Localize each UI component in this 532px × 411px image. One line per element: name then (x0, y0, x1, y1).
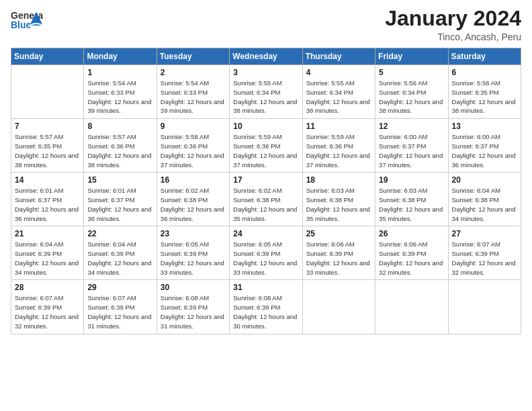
calendar-cell: 25Sunrise: 6:06 AM Sunset: 6:39 PM Dayli… (302, 226, 375, 280)
day-info: Sunrise: 6:04 AM Sunset: 6:39 PM Dayligh… (15, 240, 80, 277)
day-number: 29 (87, 283, 152, 292)
header: General Blue January 2024 Tinco, Ancash,… (11, 7, 521, 42)
day-number: 3 (233, 68, 298, 77)
day-info: Sunrise: 6:05 AM Sunset: 6:39 PM Dayligh… (161, 240, 226, 277)
day-info: Sunrise: 6:08 AM Sunset: 6:39 PM Dayligh… (233, 293, 298, 330)
week-row-2: 7Sunrise: 5:57 AM Sunset: 6:35 PM Daylig… (11, 119, 521, 173)
day-info: Sunrise: 6:03 AM Sunset: 6:38 PM Dayligh… (306, 186, 371, 223)
calendar-cell: 10Sunrise: 5:59 AM Sunset: 6:36 PM Dayli… (230, 119, 302, 173)
calendar-cell: 2Sunrise: 5:54 AM Sunset: 6:33 PM Daylig… (157, 65, 229, 119)
day-number: 13 (452, 122, 517, 131)
day-number: 2 (161, 68, 226, 77)
week-row-3: 14Sunrise: 6:01 AM Sunset: 6:37 PM Dayli… (11, 173, 521, 226)
day-number: 7 (15, 122, 80, 131)
calendar-cell: 26Sunrise: 6:06 AM Sunset: 6:39 PM Dayli… (375, 226, 448, 280)
calendar-cell: 4Sunrise: 5:55 AM Sunset: 6:34 PM Daylig… (302, 65, 375, 119)
day-number: 8 (87, 122, 152, 131)
calendar-cell: 22Sunrise: 6:04 AM Sunset: 6:39 PM Dayli… (84, 226, 157, 280)
calendar-cell: 27Sunrise: 6:07 AM Sunset: 6:39 PM Dayli… (448, 226, 521, 280)
logo-icon: General Blue (11, 7, 43, 36)
day-number: 30 (161, 283, 226, 292)
day-info: Sunrise: 6:06 AM Sunset: 6:39 PM Dayligh… (379, 240, 444, 277)
day-info: Sunrise: 6:08 AM Sunset: 6:39 PM Dayligh… (161, 293, 226, 330)
day-number: 12 (379, 122, 444, 131)
header-wednesday: Wednesday (230, 48, 302, 65)
day-info: Sunrise: 6:07 AM Sunset: 6:39 PM Dayligh… (87, 293, 152, 330)
header-saturday: Saturday (448, 48, 521, 65)
header-friday: Friday (375, 48, 448, 65)
day-number: 22 (87, 229, 152, 238)
day-info: Sunrise: 6:05 AM Sunset: 6:39 PM Dayligh… (233, 240, 298, 277)
svg-text:Blue: Blue (11, 19, 32, 30)
calendar-cell: 7Sunrise: 5:57 AM Sunset: 6:35 PM Daylig… (11, 119, 84, 173)
day-info: Sunrise: 6:01 AM Sunset: 6:37 PM Dayligh… (87, 186, 152, 223)
day-number: 19 (379, 175, 444, 185)
day-number: 20 (452, 175, 517, 185)
day-number: 9 (161, 122, 226, 131)
day-info: Sunrise: 6:00 AM Sunset: 6:37 PM Dayligh… (379, 132, 444, 169)
day-info: Sunrise: 5:58 AM Sunset: 6:36 PM Dayligh… (161, 132, 226, 169)
day-number: 16 (161, 175, 226, 185)
calendar-cell (448, 280, 521, 334)
logo: General Blue (11, 7, 43, 36)
day-info: Sunrise: 5:56 AM Sunset: 6:34 PM Dayligh… (379, 79, 444, 116)
day-number: 10 (233, 122, 298, 131)
location-subtitle: Tinco, Ancash, Peru (385, 32, 521, 42)
calendar-cell: 15Sunrise: 6:01 AM Sunset: 6:37 PM Dayli… (84, 173, 157, 226)
calendar-cell: 16Sunrise: 6:02 AM Sunset: 6:38 PM Dayli… (157, 173, 229, 226)
logo-svg: General Blue (11, 7, 43, 36)
day-number: 26 (379, 229, 444, 238)
day-info: Sunrise: 6:04 AM Sunset: 6:39 PM Dayligh… (87, 240, 152, 277)
day-number: 1 (87, 68, 152, 77)
calendar-cell: 28Sunrise: 6:07 AM Sunset: 6:39 PM Dayli… (11, 280, 84, 334)
day-number: 25 (306, 229, 371, 238)
day-info: Sunrise: 6:02 AM Sunset: 6:38 PM Dayligh… (161, 186, 226, 223)
calendar-cell: 8Sunrise: 5:57 AM Sunset: 6:36 PM Daylig… (84, 119, 157, 173)
week-row-1: 1Sunrise: 5:54 AM Sunset: 6:33 PM Daylig… (11, 65, 521, 119)
calendar-cell: 6Sunrise: 5:56 AM Sunset: 6:35 PM Daylig… (448, 65, 521, 119)
day-number: 15 (87, 175, 152, 185)
day-info: Sunrise: 6:01 AM Sunset: 6:37 PM Dayligh… (15, 186, 80, 223)
calendar-cell: 30Sunrise: 6:08 AM Sunset: 6:39 PM Dayli… (157, 280, 229, 334)
week-row-4: 21Sunrise: 6:04 AM Sunset: 6:39 PM Dayli… (11, 226, 521, 280)
calendar-cell: 11Sunrise: 5:59 AM Sunset: 6:36 PM Dayli… (302, 119, 375, 173)
calendar-page: General Blue January 2024 Tinco, Ancash,… (0, 0, 532, 411)
day-info: Sunrise: 5:55 AM Sunset: 6:34 PM Dayligh… (233, 79, 298, 116)
day-number: 11 (306, 122, 371, 131)
day-number: 31 (233, 283, 298, 292)
day-number: 4 (306, 68, 371, 77)
weekday-header-row: Sunday Monday Tuesday Wednesday Thursday… (11, 48, 521, 65)
header-thursday: Thursday (302, 48, 375, 65)
calendar-cell (375, 280, 448, 334)
day-info: Sunrise: 5:54 AM Sunset: 6:33 PM Dayligh… (161, 79, 226, 116)
month-title: January 2024 (385, 7, 521, 30)
day-number: 14 (15, 175, 80, 185)
calendar-cell: 23Sunrise: 6:05 AM Sunset: 6:39 PM Dayli… (157, 226, 229, 280)
calendar-cell: 19Sunrise: 6:03 AM Sunset: 6:38 PM Dayli… (375, 173, 448, 226)
calendar-cell: 20Sunrise: 6:04 AM Sunset: 6:38 PM Dayli… (448, 173, 521, 226)
day-info: Sunrise: 5:59 AM Sunset: 6:36 PM Dayligh… (233, 132, 298, 169)
calendar-cell: 21Sunrise: 6:04 AM Sunset: 6:39 PM Dayli… (11, 226, 84, 280)
day-number: 5 (379, 68, 444, 77)
day-number: 23 (161, 229, 226, 238)
header-sunday: Sunday (11, 48, 84, 65)
day-info: Sunrise: 6:03 AM Sunset: 6:38 PM Dayligh… (379, 186, 444, 223)
calendar-cell (11, 65, 84, 119)
day-number: 24 (233, 229, 298, 238)
title-block: January 2024 Tinco, Ancash, Peru (385, 7, 521, 42)
calendar-cell: 12Sunrise: 6:00 AM Sunset: 6:37 PM Dayli… (375, 119, 448, 173)
day-number: 28 (15, 283, 80, 292)
day-info: Sunrise: 5:54 AM Sunset: 6:33 PM Dayligh… (87, 79, 152, 116)
day-info: Sunrise: 6:06 AM Sunset: 6:39 PM Dayligh… (306, 240, 371, 277)
calendar-cell: 9Sunrise: 5:58 AM Sunset: 6:36 PM Daylig… (157, 119, 229, 173)
week-row-5: 28Sunrise: 6:07 AM Sunset: 6:39 PM Dayli… (11, 280, 521, 334)
day-info: Sunrise: 6:02 AM Sunset: 6:38 PM Dayligh… (233, 186, 298, 223)
day-number: 6 (452, 68, 517, 77)
day-number: 21 (15, 229, 80, 238)
day-info: Sunrise: 5:56 AM Sunset: 6:35 PM Dayligh… (452, 79, 517, 116)
day-number: 18 (306, 175, 371, 185)
day-info: Sunrise: 5:59 AM Sunset: 6:36 PM Dayligh… (306, 132, 371, 169)
calendar-cell: 3Sunrise: 5:55 AM Sunset: 6:34 PM Daylig… (230, 65, 302, 119)
day-info: Sunrise: 5:57 AM Sunset: 6:36 PM Dayligh… (87, 132, 152, 169)
calendar-cell: 13Sunrise: 6:00 AM Sunset: 6:37 PM Dayli… (448, 119, 521, 173)
